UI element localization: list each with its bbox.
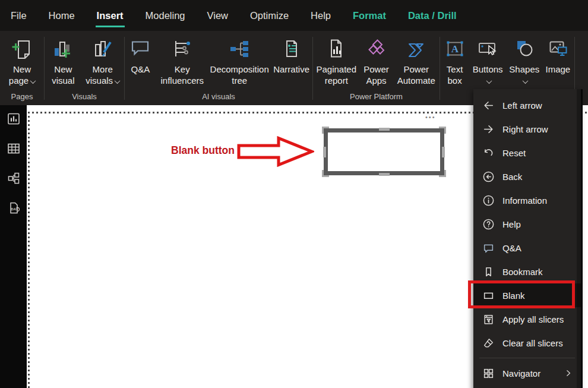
power-automate-button[interactable]: Power Automate — [394, 34, 439, 86]
power-apps-button[interactable]: Power Apps — [360, 34, 393, 86]
new-page-label: New page — [9, 64, 35, 86]
more-visuals-icon — [91, 34, 115, 64]
selection-handle[interactable] — [379, 173, 390, 176]
new-page-button[interactable]: New page — [1, 34, 43, 86]
paginated-report-button[interactable]: Paginated report — [314, 34, 359, 86]
left-arrow-icon — [482, 99, 495, 112]
help-icon — [482, 218, 495, 231]
shapes-button[interactable]: Shapes — [507, 34, 542, 86]
menu-file[interactable]: File — [11, 10, 27, 21]
reset-icon — [482, 147, 495, 159]
more-visuals-button[interactable]: More visuals — [82, 34, 124, 86]
menu-optimize[interactable]: Optimize — [250, 10, 289, 21]
menubar: File Home Insert Modeling View Optimize … — [0, 0, 588, 31]
ribbon-group-visuals: New visual More visuals — [45, 31, 124, 105]
new-page-icon — [10, 34, 34, 64]
image-button[interactable]: Image — [542, 34, 573, 75]
selection-handle[interactable] — [322, 170, 329, 177]
menu-scrollbar[interactable] — [577, 89, 581, 388]
menu-item-left-arrow[interactable]: Left arrow — [473, 93, 581, 117]
chevron-down-icon — [486, 78, 492, 84]
buttons-button[interactable]: Buttons — [469, 34, 506, 86]
bookmark-icon — [482, 266, 495, 278]
selection-handle[interactable] — [379, 128, 390, 131]
text-box-button[interactable]: A Text box — [441, 34, 469, 86]
dax-query-view-icon[interactable]: DAX — [7, 201, 21, 215]
power-apps-icon — [365, 34, 388, 64]
group-label-ai-visuals: AI visuals — [125, 92, 312, 105]
menu-item-help[interactable]: Help — [473, 212, 581, 236]
navigator-icon — [482, 367, 495, 380]
menu-data-drill[interactable]: Data / Drill — [408, 10, 457, 21]
paginated-report-icon — [324, 34, 348, 64]
menu-item-information[interactable]: Information — [473, 188, 581, 212]
buttons-dropdown-menu: Left arrow Right arrow Reset Back — [473, 89, 583, 388]
key-influencers-button[interactable]: Key influencers — [156, 34, 208, 86]
narrative-icon — [280, 34, 304, 64]
qa-icon — [482, 242, 495, 254]
chevron-down-icon — [30, 78, 36, 84]
menu-item-right-arrow[interactable]: Right arrow — [473, 117, 581, 141]
ribbon-group-ai-visuals: Q&A Key influencers — [125, 31, 312, 105]
menu-insert[interactable]: Insert — [97, 10, 124, 21]
menu-item-reset[interactable]: Reset — [473, 141, 581, 165]
chevron-right-icon — [564, 369, 573, 377]
menu-item-blank[interactable]: Blank — [473, 283, 581, 307]
clear-all-slicers-icon — [482, 337, 495, 349]
group-label-visuals: Visuals — [45, 92, 124, 105]
new-visual-button[interactable]: New visual — [45, 34, 81, 86]
menu-item-apply-all-slicers[interactable]: Apply all slicers — [473, 307, 581, 331]
decomposition-tree-icon — [227, 34, 251, 64]
annotation-arrow-icon — [237, 136, 314, 167]
menu-help[interactable]: Help — [311, 10, 331, 21]
apply-all-slicers-icon — [482, 313, 495, 326]
blank-icon — [482, 289, 495, 302]
chevron-down-icon — [115, 78, 121, 84]
information-icon — [482, 194, 495, 207]
right-arrow-icon — [482, 123, 495, 135]
new-visual-icon — [51, 34, 75, 64]
qa-button[interactable]: Q&A — [125, 34, 156, 75]
qa-icon — [128, 34, 152, 64]
key-influencers-icon — [170, 34, 194, 64]
group-label-power-platform: Power Platform — [313, 92, 440, 105]
selection-handle[interactable] — [323, 147, 326, 157]
buttons-icon — [476, 34, 500, 64]
selection-handle[interactable] — [439, 127, 446, 134]
table-view-icon[interactable] — [7, 141, 21, 156]
decomposition-tree-button[interactable]: Decomposition tree — [208, 34, 270, 86]
text-box-icon: A — [443, 34, 467, 64]
svg-text:DAX: DAX — [11, 207, 18, 211]
menu-modeling[interactable]: Modeling — [146, 10, 185, 21]
menu-item-back[interactable]: Back — [473, 165, 581, 188]
menu-item-bookmark[interactable]: Bookmark — [473, 260, 581, 283]
menu-separator — [479, 358, 575, 358]
report-view-icon[interactable] — [7, 112, 21, 126]
model-view-icon[interactable] — [7, 171, 21, 185]
selection-handle[interactable] — [442, 147, 445, 157]
view-sidebar: DAX — [0, 105, 27, 388]
power-automate-icon — [404, 34, 428, 64]
image-icon — [546, 34, 570, 64]
menu-home[interactable]: Home — [49, 10, 75, 21]
group-label-pages: Pages — [0, 92, 44, 105]
selection-handle[interactable] — [439, 170, 446, 177]
page-selection-border-left — [28, 112, 30, 388]
back-icon — [482, 171, 495, 183]
chevron-down-icon — [523, 78, 529, 84]
ribbon-group-power-platform: Paginated report Power Apps — [313, 31, 440, 105]
blank-button-visual[interactable] — [324, 128, 444, 175]
narrative-button[interactable]: Narrative — [271, 34, 312, 75]
visual-more-options-icon[interactable]: ••• — [425, 113, 436, 121]
svg-text:A: A — [451, 43, 459, 55]
shapes-icon — [513, 34, 536, 64]
menu-item-clear-all-slicers[interactable]: Clear all slicers — [473, 331, 581, 355]
menu-format[interactable]: Format — [353, 10, 386, 21]
menu-item-qa[interactable]: Q&A — [473, 236, 581, 260]
menu-view[interactable]: View — [207, 10, 228, 21]
annotation-text: Blank button — [171, 144, 235, 157]
ribbon-group-pages: New page Pages — [0, 31, 44, 105]
menu-item-navigator[interactable]: Navigator — [473, 361, 581, 385]
selection-handle[interactable] — [322, 127, 329, 134]
